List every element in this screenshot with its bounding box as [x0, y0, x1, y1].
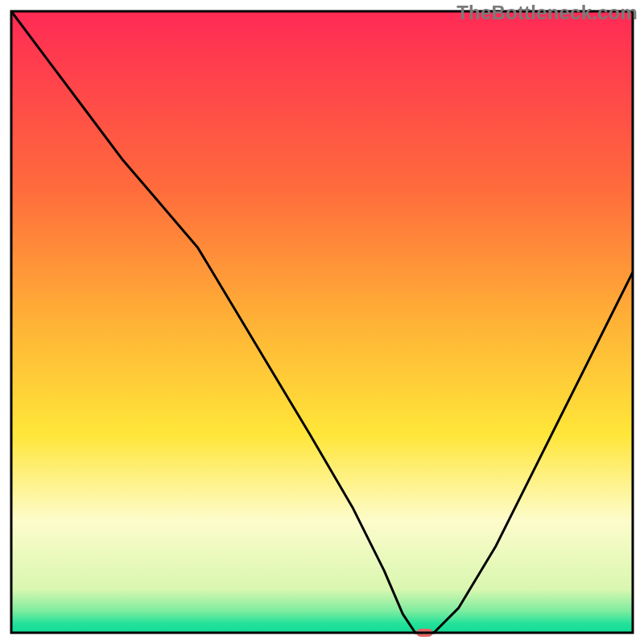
watermark-text: TheBottleneck.com	[456, 2, 638, 24]
chart-background-gradient	[11, 11, 633, 633]
bottleneck-chart	[0, 0, 644, 644]
chart-container: TheBottleneck.com	[0, 0, 644, 644]
